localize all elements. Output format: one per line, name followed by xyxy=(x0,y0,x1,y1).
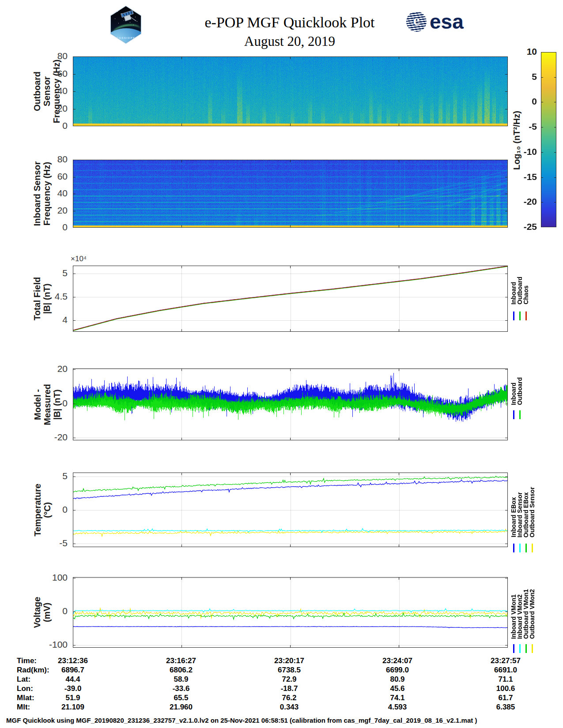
voltage-legend: Inboard VMon1Inboard VMon2Outboard VMon1… xyxy=(510,589,535,639)
legend-marker-inboard-sensor xyxy=(519,544,521,552)
legend-marker-outboard xyxy=(519,410,521,419)
table-cell: 23:20:17 xyxy=(261,657,318,665)
table-row-label: Mlat: xyxy=(17,694,34,702)
legend-marker-outboard-vmon1 xyxy=(525,644,527,653)
legend-label-inboard: Inboard xyxy=(510,282,517,304)
y-tick-label: 80 xyxy=(40,155,68,164)
colorbar-tick-label: -20 xyxy=(505,197,537,206)
table-cell: 21.109 xyxy=(44,703,102,712)
legend-label-inboard: Inboard xyxy=(510,383,517,405)
table-cell: -18.7 xyxy=(261,684,318,693)
earth-icon xyxy=(110,28,142,43)
voltage-legend-markers xyxy=(510,644,535,653)
y-tick-label: 80 xyxy=(40,52,68,60)
table-cell: -39.0 xyxy=(44,684,102,693)
legend-marker-outboard-sensor xyxy=(532,544,533,552)
colorbar-canvas xyxy=(541,52,556,227)
y-tick-label: 4.5 xyxy=(40,292,68,301)
y-tick-label: -5 xyxy=(40,539,68,548)
legend-label-outboard: Outboard xyxy=(517,277,523,304)
table-cell: 23:16:27 xyxy=(152,657,210,665)
table-cell: 51.9 xyxy=(44,694,102,702)
temperature-canvas xyxy=(73,473,508,547)
table-cell: 23:27:57 xyxy=(477,657,534,665)
model-minus-measured-legend: InboardOutboard xyxy=(510,377,523,405)
table-cell: 6896.7 xyxy=(44,666,102,675)
legend-label-inboard-vmon2: Inboard VMon2 xyxy=(517,594,523,639)
y-tick-label: 0 xyxy=(40,121,68,130)
esa-logo: e esa xyxy=(406,11,464,32)
y-tick-label: 20 xyxy=(40,364,68,373)
table-cell: 23:12:36 xyxy=(44,657,102,665)
y-tick-label: 4 xyxy=(40,315,68,324)
legend-marker-chaos xyxy=(525,311,527,320)
temperature-legend: Inboard EBoxInboard SensorOutboard EBoxO… xyxy=(510,487,535,537)
legend-label-inboard-sensor: Inboard Sensor xyxy=(517,492,523,537)
table-cell: 23:24:07 xyxy=(369,657,426,665)
y-tick-label: 20 xyxy=(40,104,68,113)
y-tick-label: -20 xyxy=(40,433,68,442)
table-cell: 100.6 xyxy=(477,684,534,693)
total-field-legend-markers xyxy=(510,311,529,320)
table-cell: 61.7 xyxy=(477,694,534,702)
esa-logo-text: esa xyxy=(430,13,464,30)
legend-marker-inboard-vmon2 xyxy=(519,644,521,653)
legend-label-inboard-vmon1: Inboard VMon1 xyxy=(510,594,517,639)
table-row-label: Lon: xyxy=(17,684,33,693)
total-field-legend: InboardOutboardChaos xyxy=(510,277,529,304)
colorbar-tick-label: -5 xyxy=(505,122,537,131)
legend-marker-inboard-ebox xyxy=(513,544,514,552)
cassiope-patch-label: CASSIOPE xyxy=(110,37,142,39)
colorbar-tick-label: 10 xyxy=(505,47,537,56)
table-cell: 21.960 xyxy=(152,703,210,712)
voltage-canvas xyxy=(73,577,508,648)
y-tick-label: 5 xyxy=(40,269,68,278)
colorbar-tick-label: -25 xyxy=(505,222,537,231)
y-tick-label: 60 xyxy=(40,69,68,78)
inboard-spectrogram-canvas xyxy=(73,160,508,228)
table-cell: 4.593 xyxy=(369,703,426,712)
table-cell: 80.9 xyxy=(369,675,426,684)
y-tick-label: 5 xyxy=(40,472,68,480)
table-cell: 6806.2 xyxy=(152,666,210,675)
y-tick-label: 20 xyxy=(40,206,68,215)
legend-label-inboard-ebox: Inboard EBox xyxy=(510,497,517,537)
table-cell: 76.2 xyxy=(261,694,318,702)
colorbar-tick-label: -15 xyxy=(505,173,537,181)
model-minus-measured-canvas xyxy=(73,368,508,440)
colorbar-tick-label: -10 xyxy=(505,147,537,156)
cassiope-patch-logo: CASSIOPE xyxy=(109,5,143,44)
esa-globe-icon: e xyxy=(406,11,427,32)
legend-marker-inboard xyxy=(513,311,514,320)
legend-marker-outboard xyxy=(519,311,521,320)
legend-label-outboard-sensor: Outboard Sensor xyxy=(529,487,535,537)
table-row-label: Lat: xyxy=(17,675,30,684)
table-cell: 74.1 xyxy=(369,694,426,702)
table-cell: 6691.0 xyxy=(477,666,534,675)
y-tick-label: 0 xyxy=(40,505,68,514)
model-minus-measured-legend-markers xyxy=(510,410,523,419)
table-row-label: Time: xyxy=(17,657,37,665)
y-tick-label: 0 xyxy=(40,399,68,408)
stars-icon xyxy=(117,11,118,12)
outboard-spectrogram-canvas xyxy=(73,56,508,126)
table-cell: 6738.5 xyxy=(261,666,318,675)
legend-marker-inboard-vmon1 xyxy=(513,644,514,653)
y-tick-label: 0 xyxy=(40,607,68,615)
legend-label-outboard-vmon1: Outboard VMon1 xyxy=(523,589,529,639)
cassiope-patch-background: CASSIOPE xyxy=(110,6,142,43)
table-cell: 65.5 xyxy=(152,694,210,702)
colorbar-tick-label: 5 xyxy=(505,72,537,81)
legend-label-outboard-ebox: Outboard EBox xyxy=(523,492,529,537)
table-cell: 6699.0 xyxy=(369,666,426,675)
table-row-label: Mlt: xyxy=(17,703,30,712)
quicklook-page: CASSIOPE e-POP MGF Quicklook Plot August… xyxy=(0,0,563,728)
legend-marker-outboard-vmon2 xyxy=(532,644,533,653)
y-tick-label: 40 xyxy=(40,86,68,95)
y-tick-label: 100 xyxy=(40,573,68,582)
table-cell: 44.4 xyxy=(44,675,102,684)
satellite-body-icon xyxy=(124,15,132,21)
table-cell: 71.1 xyxy=(477,675,534,684)
table-cell: 58.9 xyxy=(152,675,210,684)
y-tick-label: -100 xyxy=(40,640,68,649)
